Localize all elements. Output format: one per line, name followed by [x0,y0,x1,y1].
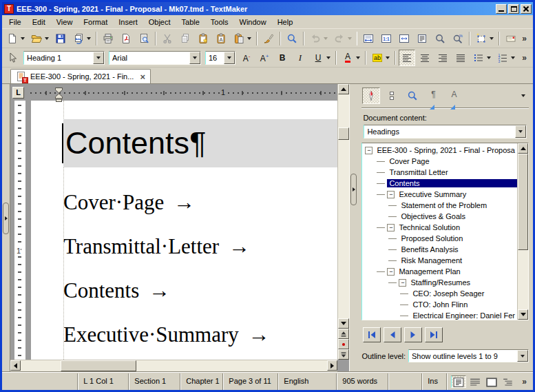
tree-collapse-icon[interactable]: − [365,147,373,154]
tree-scroll-down-button[interactable] [518,309,528,320]
toc-line[interactable]: Contents→ [63,277,337,305]
menu-format[interactable]: Format [78,17,113,28]
tab-close-icon[interactable]: × [139,72,146,82]
status-spacer[interactable] [2,373,77,390]
status-word-count[interactable]: 905 words [336,373,388,390]
sidebar-splitter[interactable] [349,84,357,371]
tree-item[interactable]: −Executive Summary [362,189,517,200]
menu-edit[interactable]: Edit [27,17,51,28]
zoom-percent-button[interactable]: % [450,30,466,47]
undo-dropdown-icon[interactable] [324,37,328,40]
object-list-button[interactable] [383,87,401,104]
overflow-button[interactable]: » [520,53,529,63]
align-left-button[interactable] [399,50,415,66]
tree-collapse-icon[interactable]: − [387,268,395,276]
font-color-dropdown-icon[interactable] [356,56,360,59]
tree-collapse-icon[interactable]: − [387,191,395,198]
tree-scroll-up-button[interactable] [518,143,528,154]
format-painter-button[interactable] [260,30,277,47]
new-document-button[interactable] [4,30,27,47]
underline-button[interactable]: U [310,50,333,66]
one-to-one-button[interactable]: 1:1 [378,30,395,47]
page-view-button[interactable] [414,30,430,47]
tree-item[interactable]: Electrical Engineer: Daniel Fer [362,310,517,320]
document-content-select[interactable]: Headings [364,125,527,138]
bullet-list-dropdown-icon[interactable] [487,56,491,59]
search-button[interactable] [284,30,300,47]
toc-line[interactable]: Transmittal·Letter→ [63,233,337,260]
object-mode-pointer-button[interactable] [4,50,21,66]
scroll-right-button[interactable] [327,360,337,371]
indent-marker[interactable] [55,87,63,103]
tree-item[interactable]: Objectives & Goals [362,211,517,222]
heading-paragraph[interactable]: Contents¶ [63,119,337,167]
horizontal-scrollbar[interactable] [10,360,337,371]
bold-button[interactable]: B [274,50,291,66]
vertical-scroll-thumb[interactable] [338,127,349,140]
export-pdf-button[interactable] [118,30,134,47]
bullet-list-button[interactable] [470,50,493,66]
paragraph-style-select[interactable]: Heading 1 [23,51,105,65]
tree-scroll-thumb[interactable] [518,154,528,250]
sidebar-search-button[interactable] [403,87,421,104]
menu-help[interactable]: Help [272,17,299,28]
toc-line[interactable]: Executive·Summary→ [63,321,337,349]
browse-object-button[interactable] [338,339,349,349]
browse-next-button[interactable] [338,349,349,360]
numbered-list-button[interactable]: 123 [494,50,517,66]
outline-level-dropdown-icon[interactable] [517,350,528,362]
redo-button[interactable] [331,30,354,47]
left-panel-toggle[interactable] [3,203,9,234]
highlight-button[interactable]: ab [369,50,392,66]
clipboard-star-button[interactable] [195,30,211,47]
font-dropdown-icon[interactable] [189,52,200,64]
tree-item[interactable]: CEO: Joseph Seager [362,288,517,299]
status-language[interactable]: English [277,373,336,390]
scroll-up-button[interactable] [338,84,349,94]
minimize-button[interactable] [496,4,507,14]
tab-stop-selector[interactable]: L [12,87,24,99]
fullscreen-view-button[interactable] [484,375,499,388]
sidebar-more-dropdown-icon[interactable] [521,94,525,97]
vertical-scrollbar[interactable] [337,84,349,360]
paragraph-style-dropdown-icon[interactable] [93,52,104,64]
tree-scroll-track[interactable] [518,154,528,309]
status-overflow-button[interactable]: » [520,377,529,386]
comment-button[interactable] [503,30,519,47]
save-all-button[interactable] [70,30,93,47]
status-page-number[interactable]: Page 3 of 11 [222,373,277,390]
layout-view-button[interactable] [451,375,466,388]
insert-frame-button[interactable] [473,30,496,47]
font-size-select[interactable]: 16 [205,51,235,65]
menu-view[interactable]: View [51,17,78,28]
save-button[interactable] [52,30,69,47]
status-spacer2[interactable] [388,373,421,390]
tree-item[interactable]: −EEE-300 - Spring, 2021 - Final - Propos… [362,145,517,156]
nav-last-button[interactable] [425,327,443,342]
tree-item[interactable]: −Management Plan [362,266,517,277]
align-right-button[interactable] [434,50,451,66]
menu-insert[interactable]: Insert [113,17,143,28]
menu-window[interactable]: Window [234,17,272,28]
tree-collapse-icon[interactable]: − [387,224,395,231]
font-select[interactable]: Arial [109,51,201,65]
document-content-dropdown-icon[interactable] [515,125,526,138]
paste-dropdown-icon[interactable] [247,37,251,40]
tree-collapse-icon[interactable]: − [399,279,406,287]
new-document-dropdown-icon[interactable] [21,37,25,40]
underline-dropdown-icon[interactable] [326,56,331,59]
print-button[interactable] [100,30,116,47]
open-button[interactable] [28,30,51,47]
tree-item[interactable]: CTO: John Flinn [362,299,517,310]
copy-button[interactable] [177,30,193,47]
tree-item[interactable]: Cover Page [362,156,517,167]
tree-item[interactable]: Proposed Solution [362,233,517,244]
document-tab[interactable]: T EEE-300 - Spring, 2021 - Fin... × [10,69,151,83]
menu-table[interactable]: Table [176,17,205,28]
sidebar-toggle[interactable] [350,174,357,205]
tree-item[interactable]: Contents [362,178,517,189]
browse-previous-button[interactable] [338,329,349,339]
scroll-left-button[interactable] [10,360,21,371]
toc-line[interactable]: Cover·Page→ [63,189,337,216]
font-size-dropdown-icon[interactable] [224,52,235,64]
